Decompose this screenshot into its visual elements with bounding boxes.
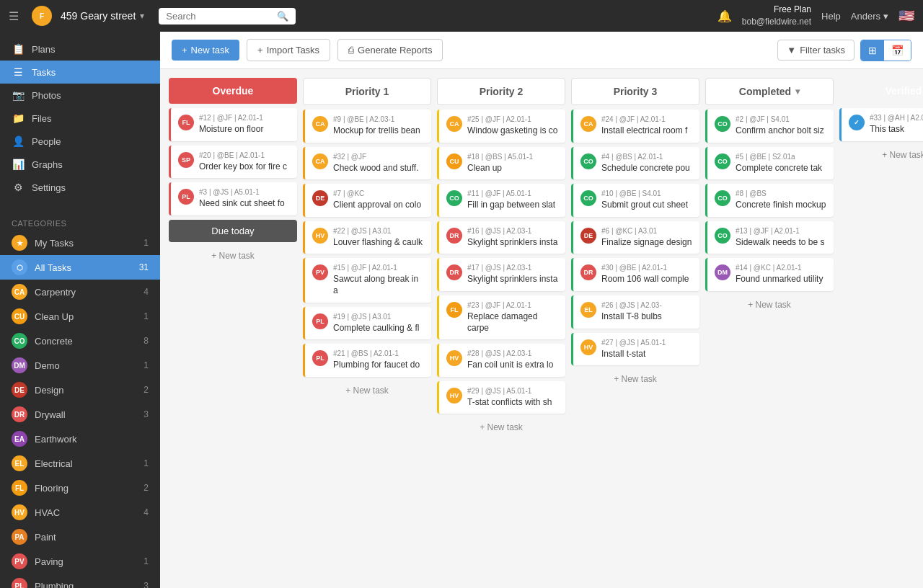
task-card[interactable]: HV #22 | @JS | A3.01 Louver flashing & c… [303, 221, 431, 254]
new-task-button[interactable]: + New task [172, 40, 239, 61]
sidebar-nav: 📋 Plans ☰ Tasks 📷 Photos 📁 Files 👤 Peopl… [0, 32, 160, 205]
task-card[interactable]: PV #15 | @JF | A2.01-1 Sawcut along brea… [303, 258, 431, 302]
sidebar-item-demo[interactable]: DM Demo 1 [0, 353, 160, 378]
sidebar-item-all-tasks[interactable]: ⬡ All Tasks 31 [0, 255, 160, 280]
task-card[interactable]: FL #12 | @JF | A2.01-1 Moisture on floor [169, 108, 297, 141]
task-card[interactable]: FL #23 | @JF | A2.01-1 Replace damaged c… [437, 295, 565, 339]
task-card[interactable]: CA #25 | @JF | A2.01-1 Window gasketing … [437, 110, 565, 143]
grid-view-button[interactable]: ⊞ [861, 40, 884, 61]
task-card[interactable]: EL #26 | @JS | A2.03- Install T-8 bulbs [571, 295, 699, 329]
sidebar-item-design[interactable]: DE Design 2 [0, 378, 160, 402]
task-card[interactable]: DR #16 | @JS | A2.03-1 Skylight sprinkle… [437, 221, 565, 254]
task-card[interactable]: DE #6 | @KC | A3.01 Finalize signage des… [571, 221, 699, 254]
task-card[interactable]: SP #20 | @BE | A2.01-1 Order key box for… [169, 146, 297, 179]
task-meta: #5 | @BE | S2.01a [736, 153, 826, 161]
task-avatar: PL [312, 313, 328, 329]
kanban-column-priority3: Priority 3 CA #24 | @JF | A2.01-1 Instal… [571, 78, 699, 579]
add-task-button-priority3[interactable]: + New task [571, 370, 699, 388]
task-content: #28 | @JS | A2.03-1 Fan coil unit is ext… [467, 349, 558, 371]
task-card[interactable]: CA #24 | @JF | A2.01-1 Install electrica… [571, 110, 699, 143]
sidebar-item-clean-up[interactable]: CU Clean Up 1 [0, 304, 160, 329]
notification-bell-icon[interactable]: 🔔 [717, 9, 732, 23]
sidebar-item-paint[interactable]: PA Paint [0, 525, 160, 549]
task-card[interactable]: CU #18 | @BS | A5.01-1 Clean up [437, 147, 565, 180]
task-card-row: ✓ #33 | @AH | A2.01-1 This task [849, 114, 923, 135]
add-task-button-priority1[interactable]: + New task [303, 381, 431, 400]
search-input[interactable] [166, 11, 273, 22]
filter-icon: ▼ [787, 45, 796, 55]
sidebar-item-carpentry[interactable]: CA Carpentry 4 [0, 280, 160, 304]
task-title: Room 106 wall comple [601, 274, 692, 285]
add-task-button-completed[interactable]: + New task [705, 295, 834, 314]
sidebar-item-paving[interactable]: PV Paving 1 [0, 549, 160, 574]
task-card[interactable]: CO #4 | @BS | A2.01-1 Schedule concrete … [571, 147, 699, 180]
task-card[interactable]: HV #27 | @JS | A5.01-1 Install t-stat [571, 333, 699, 366]
task-card[interactable]: CO #10 | @BE | S4.01 Submit grout cut sh… [571, 184, 699, 217]
task-card[interactable]: CA #32 | @JF Check wood and stuff. [303, 147, 431, 180]
sidebar-item-hvac[interactable]: HV HVAC 4 [0, 500, 160, 525]
task-content: #18 | @BS | A5.01-1 Clean up [467, 153, 558, 174]
add-task-button-priority2[interactable]: + New task [437, 418, 565, 437]
category-badge-el: EL [12, 455, 27, 471]
task-card-row: CO #4 | @BS | A2.01-1 Schedule concrete … [580, 153, 692, 174]
task-card[interactable]: PL #3 | @JS | A5.01-1 Need sink cut shee… [169, 182, 297, 215]
task-avatar: CA [446, 116, 462, 132]
sidebar-item-people[interactable]: 👤 People [0, 130, 160, 153]
task-card[interactable]: DR #17 | @JS | A2.03-1 Skylight sprinkle… [437, 258, 565, 291]
task-card[interactable]: CO #13 | @JF | A2.01-1 Sidewalk needs to… [705, 221, 834, 254]
task-avatar: HV [312, 228, 328, 244]
task-card[interactable]: CA #9 | @BE | A2.03-1 Mockup for trellis… [303, 110, 431, 143]
task-card[interactable]: HV #29 | @JS | A5.01-1 T-stat conflicts … [437, 381, 565, 414]
sidebar-item-files[interactable]: 📁 Files [0, 107, 160, 130]
sidebar-item-my-tasks[interactable]: ★ My Tasks 1 [0, 231, 160, 255]
settings-icon: ⚙ [12, 182, 25, 193]
task-card[interactable]: ✓ #33 | @AH | A2.01-1 This task [839, 108, 923, 141]
language-flag-icon[interactable]: 🇺🇸 [898, 8, 914, 24]
task-card[interactable]: DE #7 | @KC Client approval on colo [303, 184, 431, 217]
sidebar-item-electrical[interactable]: EL Electrical 1 [0, 451, 160, 476]
category-badge-pv: PV [12, 553, 27, 569]
task-avatar: CO [446, 190, 462, 206]
task-card-row: PL #19 | @JS | A3.01 Complete caulking &… [312, 313, 424, 334]
task-card[interactable]: PL #21 | @BS | A2.01-1 Plumbing for fauc… [303, 344, 431, 377]
add-task-button-verified[interactable]: + New task [839, 146, 923, 164]
task-title: Skylight sprinklers insta [467, 274, 558, 285]
task-meta: #18 | @BS | A5.01-1 [467, 153, 558, 161]
user-chevron-icon: ▾ [883, 11, 888, 22]
help-link[interactable]: Help [821, 11, 841, 22]
sidebar-item-plumbing[interactable]: PL Plumbing 3 [0, 574, 160, 588]
kanban-column-overdue: Overdue FL #12 | @JF | A2.01-1 Moisture … [169, 78, 297, 579]
sidebar-item-photos[interactable]: 📷 Photos [0, 84, 160, 107]
task-avatar: CA [580, 116, 596, 132]
user-menu[interactable]: Anders ▾ [851, 11, 888, 22]
sidebar-item-tasks[interactable]: ☰ Tasks [0, 61, 160, 84]
import-tasks-button[interactable]: + Import Tasks [247, 39, 330, 61]
generate-reports-button[interactable]: ⎙ Generate Reports [337, 39, 443, 61]
sidebar-item-flooring[interactable]: FL Flooring 2 [0, 476, 160, 500]
sidebar-item-graphs[interactable]: 📊 Graphs [0, 153, 160, 176]
task-card[interactable]: PL #19 | @JS | A3.01 Complete caulking &… [303, 307, 431, 340]
task-card-row: PL #21 | @BS | A2.01-1 Plumbing for fauc… [312, 349, 424, 371]
task-card[interactable]: HV #28 | @JS | A2.03-1 Fan coil unit is … [437, 344, 565, 377]
task-card[interactable]: CO #5 | @BE | S2.01a Complete concrete t… [705, 147, 834, 180]
task-card[interactable]: CO #8 | @BS Concrete finish mockup [705, 184, 834, 217]
task-card[interactable]: CO #2 | @JF | S4.01 Confirm anchor bolt … [705, 110, 834, 143]
add-task-button-overdue[interactable]: + New task [169, 246, 297, 265]
task-card-row: CU #18 | @BS | A5.01-1 Clean up [446, 153, 558, 174]
hamburger-icon[interactable]: ☰ [9, 9, 19, 23]
sidebar-item-drywall[interactable]: DR Drywall 3 [0, 402, 160, 427]
calendar-view-button[interactable]: 📅 [884, 40, 911, 61]
project-name[interactable]: 459 Geary street ▾ [61, 10, 144, 22]
task-meta: #29 | @JS | A5.01-1 [467, 387, 558, 395]
task-card[interactable]: DR #30 | @BE | A2.01-1 Room 106 wall com… [571, 258, 699, 291]
sidebar-item-earthwork[interactable]: EA Earthwork [0, 427, 160, 451]
sidebar-item-concrete[interactable]: CO Concrete 8 [0, 329, 160, 353]
sidebar-item-plans[interactable]: 📋 Plans [0, 37, 160, 61]
task-card[interactable]: DM #14 | @KC | A2.01-1 Found unmarked ut… [705, 258, 834, 291]
task-card-row: CO #2 | @JF | S4.01 Confirm anchor bolt … [715, 115, 826, 137]
task-avatar: DE [312, 190, 328, 206]
filter-tasks-button[interactable]: ▼ Filter tasks [777, 40, 854, 61]
task-card[interactable]: CO #11 | @JF | A5.01-1 Fill in gap betwe… [437, 184, 565, 217]
sidebar-item-settings[interactable]: ⚙ Settings [0, 176, 160, 199]
search-icon: 🔍 [277, 11, 288, 22]
